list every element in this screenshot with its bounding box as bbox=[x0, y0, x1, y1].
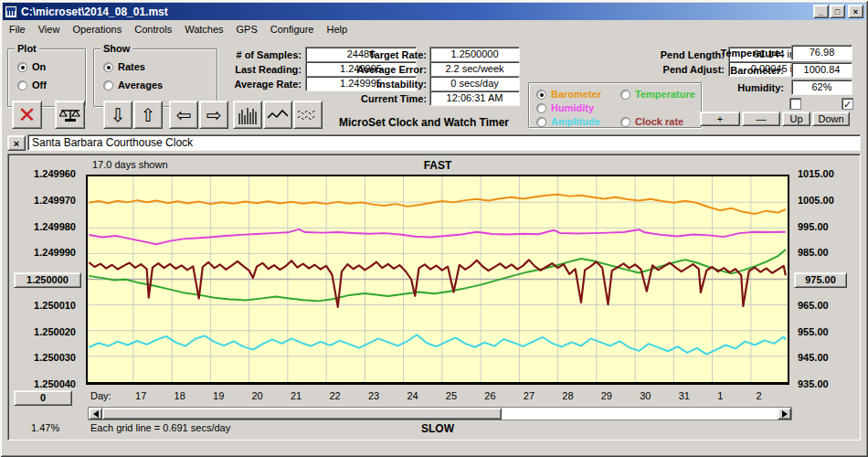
day-tick: 20 bbox=[252, 390, 272, 401]
down-button[interactable]: Down bbox=[812, 112, 850, 126]
y-right-tick: 995.00 bbox=[798, 221, 858, 232]
left-axis-center-button[interactable]: 1.250000 bbox=[14, 272, 81, 288]
right-arrow-icon: ⇨ bbox=[206, 104, 222, 126]
radio-icon[interactable] bbox=[536, 103, 546, 113]
temperature-label: Temperature: bbox=[667, 48, 784, 58]
y-left-tick: 1.249980 bbox=[16, 221, 76, 232]
plus-button[interactable]: + bbox=[700, 112, 740, 126]
y-right-tick: 965.00 bbox=[798, 300, 858, 311]
y-right-tick: 955.00 bbox=[798, 326, 858, 337]
radio-icon[interactable] bbox=[103, 62, 113, 72]
y-left-tick: 1.250020 bbox=[16, 326, 76, 337]
average-error-label: Average Error: bbox=[290, 64, 427, 75]
target-rate-value: 1.2500000 bbox=[429, 47, 520, 62]
scroll-right-button[interactable]: ⇨ bbox=[199, 101, 228, 129]
multi-line-view-button[interactable] bbox=[293, 101, 323, 129]
scale-percent: 1.47% bbox=[31, 422, 59, 433]
menu-file[interactable]: File bbox=[3, 22, 32, 37]
series-barometer-radio[interactable]: Barometer bbox=[536, 89, 601, 100]
up-button[interactable]: Up bbox=[782, 112, 810, 126]
plot-off-radio[interactable]: Off bbox=[17, 80, 47, 90]
temperature-value: 76.98 bbox=[791, 45, 852, 60]
show-rates-radio[interactable]: Rates bbox=[103, 61, 145, 72]
scrollbar-right-arrow[interactable] bbox=[778, 408, 791, 420]
series-humidity-radio[interactable]: Humidity bbox=[536, 102, 594, 113]
zero-button[interactable]: 0 bbox=[14, 390, 72, 406]
plot-area[interactable] bbox=[86, 175, 789, 385]
menu-bar: File View Operations Controls Watches GP… bbox=[3, 20, 865, 38]
target-rate-label: Target Rate: bbox=[290, 49, 427, 60]
plot-group: Plot On Off bbox=[7, 48, 86, 107]
radio-icon[interactable] bbox=[17, 80, 27, 90]
day-tick: 18 bbox=[175, 390, 195, 401]
radio-icon[interactable] bbox=[103, 80, 113, 90]
day-tick: 30 bbox=[640, 390, 660, 401]
menu-view[interactable]: View bbox=[32, 22, 67, 37]
clock-name-input[interactable]: Santa Barbara Courthouse Clock bbox=[27, 134, 861, 151]
radio-icon[interactable] bbox=[536, 117, 546, 127]
option-checkbox-checked[interactable]: ✓ bbox=[842, 98, 853, 110]
histogram-view-button[interactable] bbox=[233, 101, 262, 129]
menu-controls[interactable]: Controls bbox=[128, 22, 178, 37]
current-time-value: 12:06:31 AM bbox=[429, 90, 520, 106]
line-view-button[interactable] bbox=[263, 101, 292, 129]
chart-hscrollbar[interactable] bbox=[88, 407, 792, 420]
scrollbar-thumb[interactable] bbox=[102, 408, 502, 420]
y-left-tick: 1.249960 bbox=[16, 168, 76, 179]
day-tick: 17 bbox=[135, 390, 155, 401]
radio-icon[interactable] bbox=[536, 90, 546, 100]
left-triangle-icon bbox=[93, 410, 99, 418]
title-bar[interactable]: C:\microset\2014_08_01.mst _ □ × bbox=[3, 3, 865, 20]
balance-button[interactable] bbox=[55, 101, 85, 129]
app-window: C:\microset\2014_08_01.mst _ □ × File Vi… bbox=[0, 0, 868, 457]
close-button[interactable]: × bbox=[848, 5, 863, 18]
delete-button[interactable]: ✕ bbox=[12, 101, 42, 129]
chart-panel: 17.0 days shown FAST 1.249960 1.249970 1… bbox=[7, 154, 861, 441]
histogram-icon bbox=[238, 106, 258, 124]
day-tick: 27 bbox=[524, 390, 544, 401]
right-axis-center-button[interactable]: 975.00 bbox=[794, 272, 847, 288]
menu-gps[interactable]: GPS bbox=[230, 22, 264, 37]
maximize-button[interactable]: □ bbox=[830, 5, 845, 18]
plot-on-radio[interactable]: On bbox=[17, 61, 46, 72]
radio-icon[interactable] bbox=[620, 117, 630, 127]
day-tick: 25 bbox=[446, 390, 466, 401]
day-tick: 19 bbox=[213, 390, 233, 401]
plot-group-label: Plot bbox=[15, 43, 39, 54]
scroll-down-button[interactable]: ⇩ bbox=[103, 101, 132, 129]
instability-label: Instability: bbox=[290, 79, 427, 90]
menu-operations[interactable]: Operations bbox=[66, 22, 128, 37]
day-tick: 21 bbox=[291, 390, 311, 401]
scrollbar-left-arrow[interactable] bbox=[89, 408, 102, 420]
average-rate-label: Average Rate: bbox=[164, 79, 302, 90]
wavy-lines-icon bbox=[297, 109, 319, 122]
balance-scale-icon bbox=[59, 106, 81, 124]
clear-name-button[interactable]: × bbox=[7, 135, 26, 151]
y-left-tick: 1.250040 bbox=[16, 378, 76, 389]
humidity-value: 62% bbox=[791, 80, 852, 95]
radio-icon[interactable] bbox=[620, 90, 630, 100]
samples-label: # of Samples: bbox=[164, 49, 302, 60]
y-left-tick: 1.249990 bbox=[16, 247, 76, 258]
menu-help[interactable]: Help bbox=[321, 22, 355, 37]
barometer-value: 1000.84 bbox=[791, 62, 852, 78]
day-tick: 28 bbox=[562, 390, 582, 401]
fast-label: FAST bbox=[86, 159, 789, 172]
minus-button[interactable]: — bbox=[742, 112, 780, 126]
average-error-value: 2.2 sec/week bbox=[429, 61, 520, 77]
series-clock-rate-radio[interactable]: Clock rate bbox=[620, 116, 683, 127]
menu-watches[interactable]: Watches bbox=[178, 22, 229, 37]
day-tick: 29 bbox=[601, 390, 621, 401]
scroll-left-button[interactable]: ⇦ bbox=[169, 101, 198, 129]
show-averages-radio[interactable]: Averages bbox=[103, 80, 163, 90]
series-amplitude-radio[interactable]: Amplitude bbox=[536, 116, 600, 127]
minimize-button[interactable]: _ bbox=[813, 5, 829, 18]
day-axis-label: Day: bbox=[90, 390, 111, 401]
app-icon bbox=[5, 5, 17, 18]
radio-icon[interactable] bbox=[17, 62, 27, 72]
option-checkbox-unchecked[interactable] bbox=[789, 98, 801, 110]
scroll-up-button[interactable]: ⇧ bbox=[133, 101, 163, 129]
y-right-tick: 945.00 bbox=[798, 352, 858, 363]
menu-configure[interactable]: Configure bbox=[264, 22, 321, 37]
left-arrow-icon: ⇦ bbox=[176, 104, 192, 126]
